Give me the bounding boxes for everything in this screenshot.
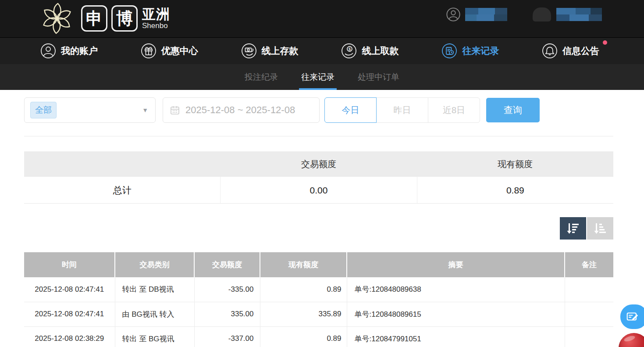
table-row: 2025-12-08 02:47:41 由 BG视讯 转入 335.00 335…: [24, 302, 613, 326]
cell-time: 2025-12-08 02:38:29: [24, 326, 115, 347]
calendar-icon: [170, 105, 180, 115]
summary-header-trade: 交易额度: [221, 158, 417, 170]
section-divider: [24, 136, 613, 136]
nav-item-announcements[interactable]: 信息公告: [542, 43, 599, 59]
nav-label: 线上存款: [262, 45, 299, 57]
button-label: 近8日: [443, 104, 465, 116]
filter-bar: 全部 ▼ 2025-12-08 ~ 2025-12-08 今日 昨日 近8日 查…: [24, 97, 644, 123]
nav-item-withdraw[interactable]: $ 线上取款: [341, 43, 398, 59]
summary-trade-amount: 0.00: [220, 177, 416, 203]
bell-icon: [542, 43, 558, 59]
col-header-amount: 交易额度: [194, 252, 260, 277]
nav-item-my-account[interactable]: 我的账户: [40, 43, 98, 59]
selected-type-chip[interactable]: 全部: [30, 102, 57, 118]
summary-total-row: 总计 0.00 0.89: [24, 177, 613, 204]
logo-region-text: 亚洲 Shenbo: [142, 7, 170, 29]
quick-last8days-button[interactable]: 近8日: [428, 97, 480, 123]
cell-note: [565, 302, 613, 326]
type-select[interactable]: 全部 ▼: [24, 97, 156, 123]
redacted-username: [465, 8, 507, 21]
gloss-highlight: [623, 335, 636, 343]
cell-balance: 0.89: [260, 326, 347, 347]
records-header-row: 时间 交易类别 交易额度 现有额度 摘要 备注: [24, 252, 613, 277]
tab-label: 往来记录: [301, 72, 334, 83]
summary-header-balance: 现有额度: [417, 158, 613, 170]
chevron-down-icon: ▼: [142, 107, 148, 114]
svg-text:$: $: [349, 47, 351, 51]
wallet-icon[interactable]: [533, 7, 551, 21]
cell-amount: 335.00: [194, 302, 260, 326]
records-table: 时间 交易类别 交易额度 现有额度 摘要 备注 2025-12-08 02:47…: [24, 252, 613, 347]
cell-time: 2025-12-08 02:47:41: [24, 302, 115, 326]
tab-label: 投注纪录: [245, 72, 278, 83]
nav-label: 线上取款: [362, 45, 398, 57]
sort-descending-icon: [566, 222, 580, 235]
sub-tab-bar: 投注纪录 往来记录 处理中订单: [0, 64, 644, 90]
nav-item-transaction-records[interactable]: 往来记录: [441, 43, 499, 59]
deposit-icon: [241, 43, 257, 59]
logo-char-box: 博: [111, 5, 138, 32]
tab-betting-records[interactable]: 投注纪录: [243, 64, 279, 90]
tab-transaction-records[interactable]: 往来记录: [300, 64, 336, 90]
brand-logo[interactable]: 申 博 亚洲 Shenbo: [37, 1, 170, 36]
tab-pending-orders[interactable]: 处理中订单: [356, 64, 401, 90]
user-avatar-icon[interactable]: [446, 7, 461, 22]
col-header-type: 交易类别: [115, 252, 194, 277]
logo-region-en: Shenbo: [142, 22, 170, 29]
cell-memo: 单号:120847991051: [347, 326, 565, 347]
cell-memo: 单号:120848089638: [347, 277, 565, 302]
cell-memo: 单号:120848089615: [347, 302, 565, 326]
user-area: [446, 7, 602, 22]
cell-note: [565, 277, 613, 302]
cell-amount: -335.00: [194, 277, 260, 302]
nav-label: 我的账户: [61, 45, 98, 57]
logo-char-box: 申: [81, 5, 107, 32]
col-header-memo: 摘要: [347, 252, 565, 277]
sort-controls: [24, 217, 613, 240]
flower-logo-icon: [37, 1, 77, 36]
notification-dot: [603, 40, 607, 45]
summary-table: 交易额度 现有额度 总计 0.00 0.89: [24, 151, 613, 204]
button-label: 今日: [342, 104, 359, 116]
user-icon: [40, 43, 56, 59]
promo-badge[interactable]: [619, 333, 644, 347]
logo-region-cn: 亚洲: [142, 7, 170, 21]
summary-header-row: 交易额度 现有额度: [24, 151, 613, 177]
table-row: 2025-12-08 02:38:29 转出 至 BG视讯 -337.00 0.…: [24, 326, 613, 347]
quick-date-group: 今日 昨日 近8日: [324, 97, 480, 123]
cell-time: 2025-12-08 02:47:41: [24, 277, 115, 302]
cell-amount: -337.00: [194, 326, 260, 347]
table-row: 2025-12-08 02:47:41 转出 至 DB视讯 -335.00 0.…: [24, 277, 613, 302]
nav-item-deposit[interactable]: 线上存款: [241, 43, 299, 59]
quick-today-button[interactable]: 今日: [324, 97, 377, 123]
col-header-note: 备注: [565, 252, 613, 277]
quick-yesterday-button[interactable]: 昨日: [376, 97, 428, 123]
button-label: 昨日: [394, 104, 411, 116]
date-range-picker[interactable]: 2025-12-08 ~ 2025-12-08: [163, 97, 320, 123]
sort-ascending-button[interactable]: [587, 217, 613, 240]
cell-note: [565, 326, 613, 347]
sort-descending-button[interactable]: [560, 217, 586, 240]
edit-note-icon: [626, 310, 640, 324]
main-nav: 我的账户 优惠中心 线上存款: [0, 37, 644, 64]
search-button[interactable]: 查询: [486, 98, 540, 122]
nav-label: 往来记录: [462, 45, 499, 57]
top-bar: 申 博 亚洲 Shenbo: [0, 0, 644, 37]
summary-current-balance: 0.89: [417, 177, 613, 203]
col-header-time: 时间: [24, 252, 115, 277]
nav-item-promotions[interactable]: 优惠中心: [141, 43, 198, 59]
sort-ascending-icon: [593, 222, 608, 235]
gift-icon: [141, 43, 157, 59]
nav-label: 优惠中心: [161, 45, 198, 57]
tab-label: 处理中订单: [358, 72, 399, 83]
col-header-balance: 现有额度: [260, 252, 347, 277]
cell-type: 转出 至 BG视讯: [115, 326, 194, 347]
records-icon: [441, 43, 457, 59]
cell-balance: 0.89: [260, 277, 347, 302]
cell-balance: 335.89: [260, 302, 347, 326]
cell-type: 由 BG视讯 转入: [115, 302, 194, 326]
summary-total-label: 总计: [24, 177, 220, 203]
date-range-value: 2025-12-08 ~ 2025-12-08: [185, 104, 295, 116]
feedback-edit-button[interactable]: [620, 304, 644, 329]
nav-label: 信息公告: [562, 45, 599, 57]
